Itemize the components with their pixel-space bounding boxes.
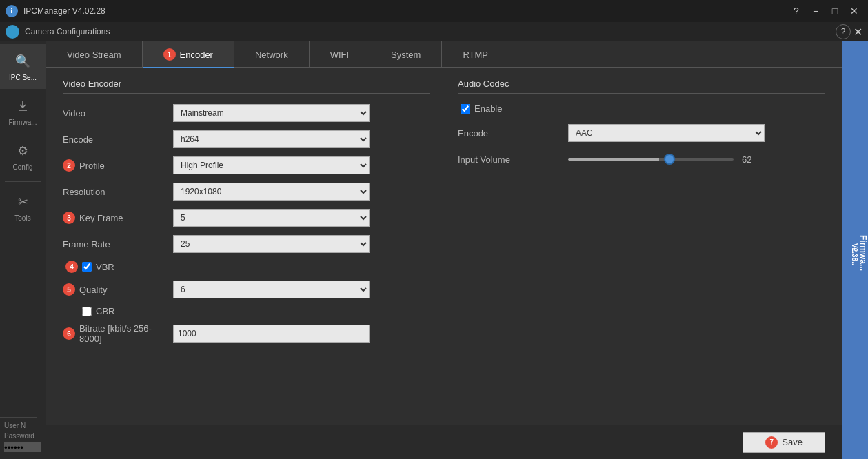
audio-encode-label: Encode: [458, 128, 568, 139]
title-bar-left: IPCManager V4.02.28: [6, 5, 105, 17]
slider-row: 62: [568, 154, 825, 165]
tab-video-stream[interactable]: Video Stream: [46, 41, 143, 68]
audio-enable-row: Enable: [458, 103, 825, 114]
camera-config-icon: [6, 25, 19, 39]
sidebar-item-tools[interactable]: ✂ Tools: [0, 185, 46, 229]
cbr-checkbox[interactable]: [82, 307, 92, 316]
resolution-select[interactable]: 1920x1080 1280x720 640x480: [173, 183, 370, 201]
quality-select[interactable]: 6 5 4 3 2 1: [173, 280, 370, 298]
search-icon: 🔍: [13, 52, 32, 71]
sidebar-item-firmware[interactable]: Firmwa...: [0, 89, 46, 134]
firmware-tab: Firmwa... V2.38..: [851, 235, 868, 271]
framerate-row: Frame Rate 25 30 15 10 5: [63, 234, 430, 254]
sidebar-bottom: User N Password: [0, 409, 46, 459]
keyframe-control: 5 10 15 20 25: [173, 209, 430, 227]
encode-select[interactable]: h264 h265 MJPEG: [173, 130, 370, 148]
video-control: Mainstream Substream Mobile Stream: [173, 104, 430, 122]
sidebar: 🔍 IPC Se... Firmwa... ⚙ Config ✂ Tools U…: [0, 41, 46, 459]
cbr-row: CBR: [63, 306, 430, 316]
step-badge-5: 5: [63, 283, 75, 296]
save-label: Save: [782, 437, 803, 447]
profile-label: 2 Profile: [63, 159, 173, 172]
dialog-controls: ? ✕: [836, 24, 862, 39]
dialog-title-bar: Camera Configurations ? ✕: [0, 22, 868, 41]
audio-encode-control: AAC G711A G711U G726: [568, 124, 825, 142]
vbr-checkbox[interactable]: [82, 262, 92, 272]
tools-icon: ✂: [13, 192, 32, 212]
audio-encode-select[interactable]: AAC G711A G711U G726: [568, 124, 765, 142]
tab-encoder-number: 1: [163, 48, 176, 61]
firmware-panel[interactable]: Firmwa... V2.38.. ‹: [842, 41, 868, 459]
audio-enable-checkbox[interactable]: [461, 104, 470, 114]
sidebar-item-ipc-search[interactable]: 🔍 IPC Se...: [0, 44, 46, 89]
encode-row: Encode h264 h265 MJPEG: [63, 130, 430, 149]
volume-row: Input Volume 62: [458, 150, 825, 169]
video-select[interactable]: Mainstream Substream Mobile Stream: [173, 104, 370, 122]
title-bar: IPCManager V4.02.28 ? − □ ✕: [0, 0, 868, 22]
quality-label: 5 Quality: [63, 283, 173, 296]
video-label: Video: [63, 108, 173, 119]
dialog-help-button[interactable]: ?: [836, 24, 851, 39]
tab-network[interactable]: Network: [234, 41, 310, 68]
form-footer: 7 Save: [46, 425, 842, 459]
content-area: Video Stream 1 Encoder Network WIFI Syst…: [46, 41, 842, 459]
sidebar-bottom-divider: [0, 417, 37, 418]
step-badge-7: 7: [765, 436, 778, 449]
tab-system[interactable]: System: [370, 41, 442, 68]
audio-codec-section: Audio Codec Enable Encode AAC G711A: [458, 79, 825, 414]
encode-control: h264 h265 MJPEG: [173, 130, 430, 148]
tab-wifi[interactable]: WIFI: [310, 41, 370, 68]
help-button[interactable]: ?: [788, 3, 805, 19]
sidebar-label-ipc-search: IPC Se...: [9, 74, 37, 81]
gear-icon: ⚙: [13, 141, 32, 161]
video-row: Video Mainstream Substream Mobile Stream: [63, 103, 430, 123]
tab-wifi-label: WIFI: [330, 50, 349, 60]
password-label: Password: [0, 431, 46, 441]
close-button[interactable]: ✕: [846, 3, 862, 19]
form-area: Video Encoder Video Mainstream Substream…: [46, 68, 842, 425]
profile-select[interactable]: High Profile Main Profile Baseline Profi…: [173, 156, 370, 174]
quality-control: 6 5 4 3 2 1: [173, 280, 430, 298]
dialog-title: Camera Configurations: [25, 27, 110, 37]
bitrate-row: 6 Bitrate [kbit/s 256-8000]: [63, 323, 430, 344]
bitrate-control: [173, 325, 430, 343]
volume-slider[interactable]: [568, 158, 734, 161]
volume-control: 62: [568, 154, 825, 165]
video-encoder-section: Video Encoder Video Mainstream Substream…: [63, 79, 430, 414]
expand-arrow-icon[interactable]: ‹: [850, 247, 860, 250]
tab-video-stream-label: Video Stream: [67, 50, 121, 60]
framerate-select[interactable]: 25 30 15 10 5: [173, 235, 370, 253]
tab-rtmp[interactable]: RTMP: [442, 41, 509, 68]
step-badge-6: 6: [63, 327, 75, 340]
tab-bar: Video Stream 1 Encoder Network WIFI Syst…: [46, 41, 842, 68]
password-input[interactable]: [4, 442, 41, 452]
keyframe-select[interactable]: 5 10 15 20 25: [173, 209, 370, 227]
audio-codec-header: Audio Codec: [458, 79, 825, 94]
user-label: User N: [0, 420, 46, 431]
keyframe-row: 3 Key Frame 5 10 15 20 25: [63, 208, 430, 227]
title-bar-controls: ? − □ ✕: [788, 3, 862, 19]
dialog-close-button[interactable]: ✕: [854, 26, 862, 39]
app-icon: [6, 5, 18, 17]
main-layout: 🔍 IPC Se... Firmwa... ⚙ Config ✂ Tools U…: [0, 41, 868, 459]
tab-encoder[interactable]: 1 Encoder: [143, 41, 234, 68]
vbr-label: VBR: [96, 262, 114, 272]
sidebar-label-tools: Tools: [14, 214, 30, 222]
bitrate-input[interactable]: [173, 325, 370, 343]
save-button[interactable]: 7 Save: [743, 432, 825, 453]
tab-encoder-label: Encoder: [180, 50, 213, 60]
sidebar-item-config[interactable]: ⚙ Config: [0, 134, 46, 178]
framerate-control: 25 30 15 10 5: [173, 235, 430, 253]
maximize-button[interactable]: □: [827, 3, 843, 19]
resolution-row: Resolution 1920x1080 1280x720 640x480: [63, 182, 430, 201]
video-encoder-header: Video Encoder: [63, 79, 430, 94]
profile-control: High Profile Main Profile Baseline Profi…: [173, 156, 430, 174]
audio-encode-row: Encode AAC G711A G711U G726: [458, 123, 825, 143]
step-badge-4: 4: [65, 261, 78, 273]
step-badge-2: 2: [63, 159, 75, 172]
tab-system-label: System: [391, 50, 421, 60]
bitrate-label: 6 Bitrate [kbit/s 256-8000]: [63, 323, 173, 344]
minimize-button[interactable]: −: [807, 3, 824, 19]
sidebar-divider: [5, 181, 41, 182]
vbr-row: 4 VBR: [63, 261, 430, 273]
